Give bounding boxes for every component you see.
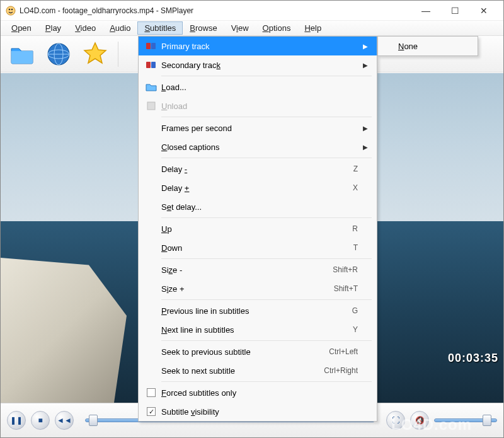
prev-button[interactable]: ◄◄ — [55, 411, 74, 430]
menu-audio[interactable]: Audio — [103, 21, 137, 35]
shortcut-label: T — [353, 243, 363, 252]
menu-item-frames-per-second[interactable]: Frames per second▶ — [139, 118, 377, 137]
menu-item-label: Down — [160, 243, 353, 253]
submenu-arrow-icon: ▶ — [363, 125, 370, 132]
menu-item-primary-track[interactable]: Primary track▶ — [139, 37, 377, 55]
shortcut-label: G — [352, 306, 363, 315]
submenu-arrow-icon: ▶ — [363, 43, 370, 50]
menu-item-previous-line-in-subtitles[interactable]: Previous line in subtitlesG — [139, 301, 377, 320]
menu-item-label: Delay - — [160, 164, 353, 174]
menu-item-subtitle-visibility[interactable]: ✓Subtitle visibility — [139, 402, 377, 421]
checkbox-icon — [147, 388, 156, 397]
shortcut-label: Y — [353, 325, 363, 334]
menu-item-label: Set delay... — [160, 202, 363, 212]
menu-item-label: Previous line in subtitles — [160, 306, 352, 316]
maximize-button[interactable]: ☐ — [440, 1, 469, 20]
menu-open[interactable]: Open — [4, 21, 38, 35]
menu-browse[interactable]: Browse — [183, 21, 224, 35]
menu-item-secondary-track[interactable]: Secondary track▶ — [139, 55, 377, 74]
menu-item-label: Primary track — [160, 42, 363, 51]
shortcut-label: Ctrl+Right — [324, 366, 363, 375]
doc-icon — [142, 101, 160, 110]
app-icon — [6, 6, 16, 16]
menu-item-label: Size + — [160, 284, 334, 294]
track2-icon — [142, 60, 160, 70]
menu-item-label: Forced subtitles only — [160, 388, 363, 398]
menu-item-label: Subtitle visibility — [160, 407, 363, 417]
menu-play[interactable]: Play — [38, 21, 68, 35]
menu-item-label: Up — [160, 224, 352, 234]
menu-item-size[interactable]: Size -Shift+R — [139, 260, 377, 279]
menu-item-size[interactable]: Size +Shift+T — [139, 279, 377, 298]
menu-item-label: Seek to previous subtitle — [160, 347, 329, 357]
menu-item-next-line-in-subtitles[interactable]: Next line in subtitlesY — [139, 320, 377, 339]
menu-item-delay[interactable]: Delay +X — [139, 178, 377, 197]
menu-item-label: Secondary track — [160, 61, 363, 70]
svg-rect-10 — [151, 62, 156, 68]
menu-item-forced-subtitles-only[interactable]: Forced subtitles only — [139, 383, 377, 402]
svg-point-2 — [11, 8, 13, 10]
menu-item-seek-to-next-subtitle[interactable]: Seek to next subtitleCtrl+Right — [139, 361, 377, 380]
menu-item-label: Size - — [160, 265, 333, 275]
menu-item-seek-to-previous-subtitle[interactable]: Seek to previous subtitleCtrl+Left — [139, 342, 377, 361]
folder-icon — [142, 83, 160, 91]
window-title: LO4D.com - footage_oldharryrocks.mp4 - S… — [20, 6, 411, 15]
menu-item-label: Delay + — [160, 183, 353, 193]
menu-options[interactable]: Options — [256, 21, 298, 35]
menu-item-label: Next line in subtitles — [160, 325, 353, 335]
checkbox-icon: ✓ — [147, 407, 156, 416]
titlebar: LO4D.com - footage_oldharryrocks.mp4 - S… — [1, 1, 503, 21]
svg-rect-7 — [146, 43, 151, 49]
svg-point-0 — [6, 6, 15, 15]
menubar: Open Play Video Audio Subtitles Browse V… — [1, 21, 503, 36]
menu-item-label: Closed captions — [160, 142, 363, 152]
volume-slider[interactable] — [434, 418, 497, 422]
menu-item-closed-captions[interactable]: Closed captions▶ — [139, 137, 377, 156]
menu-view[interactable]: View — [224, 21, 256, 35]
shortcut-label: Shift+T — [334, 284, 363, 293]
app-window: LO4D.com - footage_oldharryrocks.mp4 - S… — [0, 0, 504, 438]
globe-icon[interactable] — [45, 40, 72, 68]
folder-icon[interactable] — [8, 40, 36, 68]
close-button[interactable]: ✕ — [469, 1, 498, 20]
pause-button[interactable]: ❚❚ — [7, 411, 26, 430]
menu-item-delay[interactable]: Delay -Z — [139, 159, 377, 178]
menu-item-load[interactable]: Load... — [139, 78, 377, 96]
menu-subtitles[interactable]: Subtitles — [137, 21, 183, 35]
menu-item-label: Unload — [160, 101, 363, 111]
submenu-item-none[interactable]: None — [378, 37, 478, 55]
submenu-arrow-icon: ▶ — [363, 144, 370, 151]
menu-item-unload: Unload — [139, 96, 377, 115]
track-icon — [142, 41, 160, 51]
svg-rect-9 — [146, 62, 151, 68]
shortcut-label: R — [352, 224, 363, 233]
svg-rect-11 — [147, 102, 155, 110]
menu-item-label: Load... — [160, 83, 363, 92]
primary-track-submenu: None — [377, 36, 478, 56]
stop-button[interactable]: ■ — [31, 411, 50, 430]
menu-item-set-delay[interactable]: Set delay... — [139, 197, 377, 216]
submenu-arrow-icon: ▶ — [363, 62, 370, 69]
shortcut-label: Ctrl+Left — [329, 347, 363, 356]
fullscreen-button[interactable]: ⛶ — [386, 411, 405, 430]
shortcut-label: Shift+R — [333, 265, 363, 274]
shortcut-label: Z — [353, 164, 363, 173]
svg-point-1 — [9, 8, 11, 10]
mute-button[interactable]: 🔇 — [410, 411, 429, 430]
shortcut-label: X — [353, 183, 363, 192]
menu-video[interactable]: Video — [68, 21, 103, 35]
menu-item-label: Seek to next subtitle — [160, 366, 324, 376]
timestamp-overlay: 00:03:35 — [448, 352, 498, 365]
menu-item-up[interactable]: UpR — [139, 219, 377, 238]
menu-help[interactable]: Help — [297, 21, 328, 35]
menu-item-down[interactable]: DownT — [139, 238, 377, 257]
subtitles-dropdown: Primary track▶Secondary track▶Load...Unl… — [138, 36, 377, 422]
favorite-icon[interactable] — [81, 40, 109, 68]
svg-rect-8 — [151, 43, 156, 49]
menu-item-label: Frames per second — [160, 124, 363, 133]
minimize-button[interactable]: — — [411, 1, 440, 20]
